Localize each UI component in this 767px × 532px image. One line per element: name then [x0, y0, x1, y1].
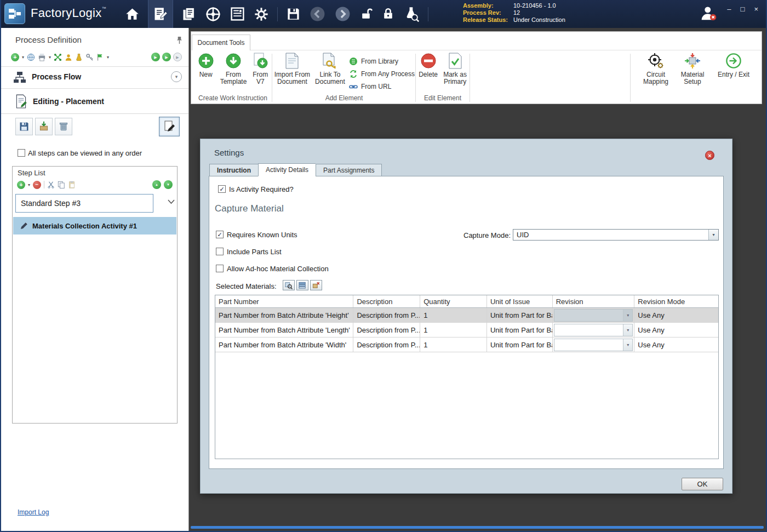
remove-material-button[interactable] [310, 280, 322, 290]
column-header[interactable]: Revision [553, 295, 635, 307]
reports-button[interactable] [230, 0, 245, 28]
column-header[interactable]: Description [353, 295, 420, 307]
edit-content-toggle-button[interactable] [159, 117, 180, 136]
include-parts-list-checkbox[interactable] [216, 248, 224, 255]
move-up-icon[interactable]: ▲ [152, 180, 161, 189]
print-icon[interactable] [38, 53, 46, 61]
cut-icon[interactable] [47, 181, 55, 188]
horizontal-scrollbar[interactable] [191, 526, 764, 529]
delete-step-button[interactable] [55, 118, 72, 135]
caret-down-icon[interactable]: ▾ [22, 55, 24, 60]
tab-instruction[interactable]: Instruction [209, 164, 258, 176]
table-row[interactable]: Part Number from Batch Attribute 'Length… [215, 323, 718, 337]
column-header[interactable]: Revision Mode [634, 295, 718, 307]
from-template-label: From Template [218, 71, 248, 85]
home-button[interactable] [125, 0, 140, 28]
column-header[interactable]: Part Number [215, 295, 353, 307]
from-url-button[interactable]: From URL [349, 80, 415, 93]
from-any-process-label: From Any Process [361, 70, 415, 78]
caret-down-icon[interactable]: ▾ [49, 55, 51, 60]
user-account-button[interactable] [700, 4, 717, 22]
tab-strip-line [250, 50, 762, 50]
process-rev-value: 12 [513, 9, 520, 16]
operator-icon[interactable] [65, 53, 72, 61]
settings-tabs: Instruction Activity Details Part Assign… [209, 164, 382, 176]
logo-glyph [8, 7, 22, 21]
unlock-button[interactable] [359, 0, 373, 28]
allow-adhoc-checkbox[interactable] [216, 265, 224, 272]
find-material-button[interactable] [283, 280, 295, 290]
remove-step-icon[interactable]: − [33, 181, 41, 189]
caret-down-icon[interactable]: ▾ [28, 182, 30, 187]
process-flow-row[interactable]: Process Flow ▾ [1, 67, 188, 88]
caret-down-icon[interactable]: ▾ [107, 55, 109, 60]
back-button[interactable] [309, 0, 326, 28]
dialog-close-icon[interactable]: × [705, 151, 714, 160]
edit-material-list-button[interactable] [296, 280, 308, 290]
collapse-chevron-icon[interactable]: ▾ [171, 71, 182, 82]
process-documents-button[interactable] [181, 0, 197, 28]
link-to-document-button[interactable]: Link To Document [313, 52, 347, 93]
flask-icon[interactable] [75, 53, 83, 61]
step-expand-chevron-icon[interactable] [168, 199, 175, 204]
requires-known-units-checkbox[interactable]: ✓ [216, 231, 224, 238]
editing-mode-row: Editing - Placement [1, 89, 188, 114]
navigator-compass-button[interactable] [205, 0, 221, 28]
capture-mode-label: Capture Mode: [450, 231, 511, 239]
test-search-button[interactable] [403, 0, 420, 28]
circuit-mapping-button[interactable]: Circuit Mapping [640, 52, 671, 85]
forward-button[interactable] [334, 0, 351, 28]
mark-as-primary-label: Mark as Primary [442, 71, 468, 85]
any-order-checkbox[interactable] [18, 149, 25, 157]
add-step-icon[interactable]: + [17, 181, 25, 189]
run-forward-icon[interactable]: ▶ [151, 53, 160, 61]
material-setup-button[interactable]: Material Setup [678, 52, 707, 85]
maximize-button[interactable]: □ [741, 5, 745, 13]
mark-as-primary-button[interactable]: Mark as Primary [442, 52, 468, 85]
revision-dropdown[interactable]: ▾ [554, 324, 633, 336]
move-down-icon[interactable]: ▼ [164, 180, 173, 189]
step-selector[interactable]: Standard Step #3 [15, 194, 153, 213]
add-icon[interactable]: + [11, 53, 19, 61]
tab-document-tools[interactable]: Document Tools [192, 35, 250, 50]
save-button[interactable] [286, 0, 301, 28]
column-header[interactable]: Quantity [420, 295, 487, 307]
pin-icon[interactable] [176, 36, 183, 44]
copy-icon[interactable] [58, 181, 65, 188]
ok-button[interactable]: OK [682, 478, 723, 490]
lock-button[interactable] [381, 0, 395, 28]
table-row[interactable]: Part Number from Batch Attribute 'Width'… [215, 337, 718, 352]
import-step-button[interactable] [35, 118, 53, 135]
process-network-icon[interactable] [54, 53, 62, 61]
minimize-button[interactable]: – [727, 5, 731, 13]
from-library-button[interactable]: From Library [349, 55, 415, 67]
work-instruction-editor-button[interactable] [148, 0, 173, 28]
caret-glyph: ▾ [627, 342, 629, 347]
run-next-icon[interactable]: ▶ [162, 53, 171, 61]
capture-mode-dropdown[interactable]: UID ▾ [513, 229, 719, 241]
revision-dropdown[interactable]: ▾ [554, 339, 633, 351]
entry-exit-button[interactable]: Entry / Exit [714, 52, 753, 85]
is-activity-required-checkbox[interactable]: ✓ [218, 185, 226, 193]
import-from-document-button[interactable]: Import From Document [273, 52, 311, 93]
from-v7-button[interactable]: From V7 [250, 52, 271, 85]
from-any-process-button[interactable]: From Any Process [349, 67, 415, 80]
table-row[interactable]: Part Number from Batch Attribute 'Height… [215, 308, 718, 323]
globe-icon[interactable] [27, 53, 35, 61]
key-icon[interactable] [85, 53, 94, 61]
settings-gear-button[interactable] [254, 0, 269, 28]
column-header[interactable]: Unit of Issue [487, 295, 553, 307]
tab-part-assignments[interactable]: Part Assignments [316, 164, 382, 176]
activity-list-item-selected[interactable]: Materials Collection Activity #1 [13, 217, 176, 234]
new-button[interactable]: New [194, 52, 217, 85]
save-step-button[interactable] [15, 118, 33, 135]
import-log-link[interactable]: Import Log [18, 508, 49, 516]
from-template-button[interactable]: From Template [218, 52, 248, 85]
group-add-element: Import From Document Link To Document Fr… [273, 52, 415, 104]
part-number-cell: Part Number from Batch Attribute 'Length… [215, 323, 353, 337]
revision-dropdown[interactable]: ▾ [554, 309, 633, 322]
delete-element-button[interactable]: Delete [417, 52, 439, 85]
flag-icon[interactable] [96, 53, 104, 61]
tab-activity-details[interactable]: Activity Details [258, 163, 316, 176]
close-button[interactable]: × [754, 5, 758, 13]
